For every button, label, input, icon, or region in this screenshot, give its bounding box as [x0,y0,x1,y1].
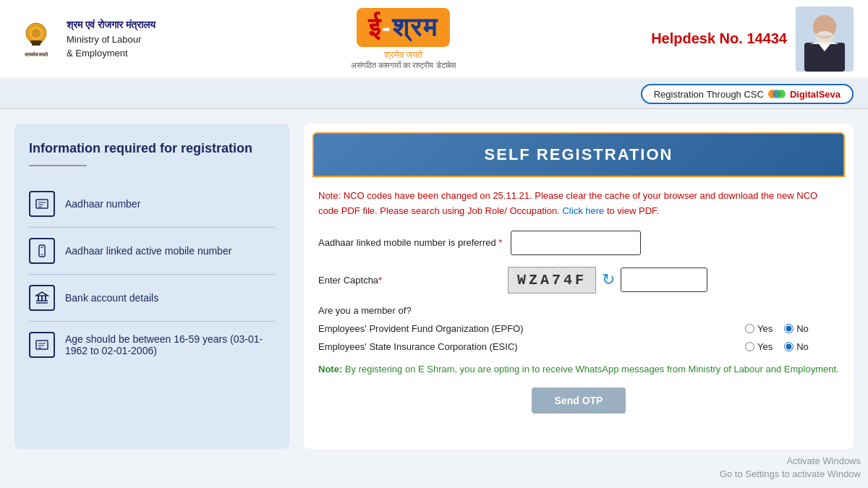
info-panel: Information required for registration Aa… [14,124,289,449]
epfo-no-radio[interactable] [784,324,793,333]
captcha-area: WZA74F ↻ [508,267,707,294]
ministry-english-1: Ministry of Labour [67,33,156,47]
list-item: Age should be between 16-59 years (03-01… [29,322,275,368]
bank-label: Bank account details [65,292,158,304]
info-panel-title: Information required for registration [29,141,275,156]
mobile-number-row: Aadhaar linked mobile number is preferre… [318,231,839,255]
esic-yes-option[interactable]: Yes [745,341,773,352]
svg-rect-3 [30,40,42,43]
member-section: Are you a member of? Employees' Providen… [318,305,839,352]
svg-rect-4 [32,43,41,46]
csc-logo-icon [768,88,786,100]
click-here-link[interactable]: Click here [562,205,604,216]
eshram-logo-container: ई-श्रम श्रमेव जयते असंगठित कामगारों का र… [351,8,455,70]
ministry-info: श्रम एवं रोजगार मंत्रालय Ministry of Lab… [67,17,156,61]
mobile-icon [29,238,55,264]
ministry-hindi-name: श्रम एवं रोजगार मंत्रालय [67,17,156,33]
esic-yes-radio[interactable] [745,342,754,351]
epfo-row: Employees' Provident Fund Organization (… [318,323,839,334]
sub-header: Registration Through CSC DigitalSeva [0,80,868,109]
eshram-hindi-title: ई-श्रम [368,12,438,43]
age-icon [29,332,55,358]
mobile-field-label: Aadhaar linked mobile number is preferre… [318,237,502,248]
esic-no-option[interactable]: No [784,341,809,352]
aadhaar-icon [29,191,55,217]
note-suffix: to view PDF. [607,205,659,216]
refresh-captcha-button[interactable]: ↻ [602,270,615,289]
windows-watermark: Activate Windows Go to Settings to activ… [720,455,861,463]
svg-rect-23 [45,296,46,301]
csc-label: Registration Through CSC [654,89,764,100]
send-otp-button[interactable]: Send OTP [532,388,626,414]
list-item: Bank account details [29,275,275,322]
svg-rect-26 [36,341,48,349]
helpdesk-number: Helpdesk No. 14434 [651,30,787,47]
mobile-number-input[interactable] [511,231,641,255]
svg-point-2 [32,29,41,38]
epfo-radio-group: Yes No [745,323,839,334]
eshram-sub: श्रमेव जयते [351,49,455,61]
age-label: Age should be between 16-59 years (03-01… [65,333,275,356]
captcha-label: Enter Captcha* [318,275,499,286]
main-content: Information required for registration Aa… [0,109,868,463]
list-item: Aadhaar number [29,181,275,228]
member-question: Are you a member of? [318,305,839,316]
page-header: सत्यमेव जयते श्रम एवं रोजगार मंत्रालय Mi… [0,0,868,80]
captcha-image: WZA74F [508,267,596,294]
note-text: Note: NCO codes have been changed on 25.… [318,189,839,219]
whatsapp-note: Note: By registering on E Shram, you are… [318,362,839,377]
title-divider [29,165,87,166]
registration-form: Note: NCO codes have been changed on 25.… [304,177,854,425]
digital-seva-label: DigitalSeva [790,89,841,100]
esic-row: Employees' State Insurance Corporation (… [318,341,839,352]
header-right: Helpdesk No. 14434 [651,7,854,72]
ministry-english-2: & Employment [67,46,156,61]
whatsapp-note-bold: Note: [318,364,342,374]
list-item: Aadhaar linked active mobile number [29,228,275,275]
epfo-yes-radio[interactable] [745,324,754,333]
svg-marker-20 [36,292,48,296]
captcha-input[interactable] [621,267,707,292]
watermark-line1: Activate Windows [720,455,861,463]
self-registration-header: SELF REGISTRATION [312,132,845,177]
csc-registration-button[interactable]: Registration Through CSC DigitalSeva [641,84,854,104]
epfo-label: Employees' Provident Fund Organization (… [318,323,745,334]
bank-icon [29,285,55,311]
epfo-no-option[interactable]: No [784,323,809,334]
eshram-logo: ई-श्रम [357,8,450,47]
aadhaar-label: Aadhaar number [65,198,140,210]
esic-radio-group: Yes No [745,341,839,352]
svg-rect-22 [41,296,43,301]
svg-point-18 [41,254,43,255]
epfo-yes-option[interactable]: Yes [745,323,773,334]
svg-point-12 [777,90,786,98]
eshram-tagline: असंगठित कामगारों का राष्ट्रीय डेटाबेस [351,61,455,70]
ministry-branding: सत्यमेव जयते श्रम एवं रोजगार मंत्रालय Mi… [14,17,156,61]
self-registration-title: SELF REGISTRATION [326,145,832,164]
svg-rect-21 [38,296,39,301]
esic-no-radio[interactable] [784,342,793,351]
svg-text:सत्यमेव जयते: सत्यमेव जयते [24,51,49,57]
government-emblem: सत्यमेव जयते [14,17,58,61]
pm-photo [796,7,854,72]
esic-label: Employees' State Insurance Corporation (… [318,341,745,352]
whatsapp-note-text: By registering on E Shram, you are optin… [345,364,839,374]
registration-panel: SELF REGISTRATION Note: NCO codes have b… [304,124,854,449]
captcha-row: Enter Captcha* WZA74F ↻ [318,267,839,294]
mobile-label: Aadhaar linked active mobile number [65,245,231,257]
